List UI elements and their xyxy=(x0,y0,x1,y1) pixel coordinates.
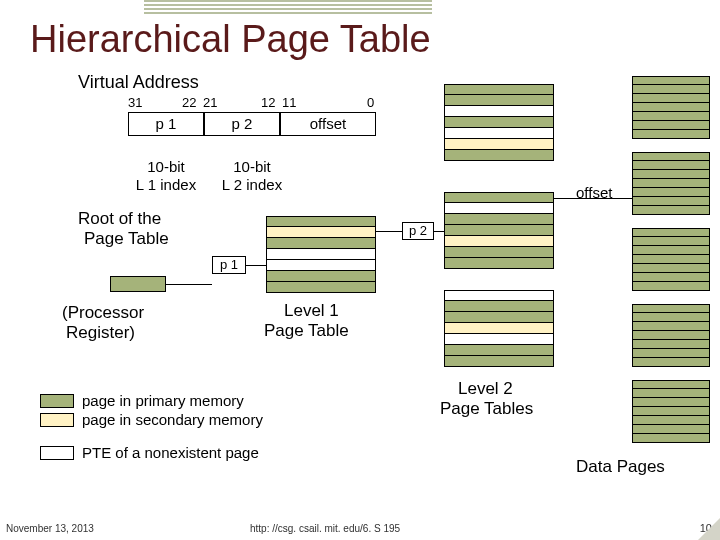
legend-none: PTE of a nonexistent page xyxy=(82,444,259,461)
legend-primary: page in primary memory xyxy=(82,392,244,409)
l2-caption-a: Level 2 xyxy=(458,378,513,399)
ptr-p1: p 1 xyxy=(212,256,246,274)
legend-primary-swatch xyxy=(40,394,74,408)
va-subtitle: Virtual Address xyxy=(78,72,199,93)
ptr-offset: offset xyxy=(576,184,612,203)
level2-table-2 xyxy=(444,192,554,269)
proc-a: (Processor xyxy=(62,302,144,323)
data-caption: Data Pages xyxy=(576,456,665,477)
data-page-4 xyxy=(632,304,710,367)
l2-index-a: 10-bit xyxy=(210,158,294,175)
line-l1-p2 xyxy=(376,231,402,232)
bit-31: 31 xyxy=(128,95,142,110)
root-label-a: Root of the xyxy=(78,208,161,229)
l1-caption-b: Page Table xyxy=(264,320,349,341)
legend-secondary-swatch xyxy=(40,413,74,427)
data-page-3 xyxy=(632,228,710,291)
footer-date: November 13, 2013 xyxy=(6,523,94,534)
field-p2: p 2 xyxy=(204,112,280,136)
line-root-p1 xyxy=(166,284,212,285)
title-decoration xyxy=(144,0,432,14)
line-l2-data xyxy=(554,198,632,199)
ptr-p2: p 2 xyxy=(402,222,434,240)
footer-url: http: //csg. csail. mit. edu/6. S 195 xyxy=(250,523,400,534)
data-page-1 xyxy=(632,76,710,139)
field-offset: offset xyxy=(280,112,376,136)
bit-12: 12 xyxy=(261,95,275,110)
level2-table-3 xyxy=(444,290,554,367)
legend-secondary: page in secondary memory xyxy=(82,411,263,428)
bit-0: 0 xyxy=(367,95,374,110)
data-page-2 xyxy=(632,152,710,215)
root-label-b: Page Table xyxy=(84,228,169,249)
level1-table xyxy=(266,216,376,293)
proc-b: Register) xyxy=(66,322,135,343)
bit-22: 22 xyxy=(182,95,196,110)
line-p1-l1 xyxy=(246,265,266,266)
root-register xyxy=(110,276,166,292)
l1-index-b: L 1 index xyxy=(124,176,208,193)
l1-caption-a: Level 1 xyxy=(284,300,339,321)
page-curl-icon xyxy=(698,518,720,540)
line-p2-l2 xyxy=(434,231,444,232)
data-page-5 xyxy=(632,380,710,443)
bit-21: 21 xyxy=(203,95,217,110)
l2-caption-b: Page Tables xyxy=(440,398,533,419)
slide-title: Hierarchical Page Table xyxy=(30,18,431,61)
field-p1: p 1 xyxy=(128,112,204,136)
l2-index-b: L 2 index xyxy=(210,176,294,193)
l1-index-a: 10-bit xyxy=(124,158,208,175)
level2-table-1 xyxy=(444,84,554,161)
bit-11: 11 xyxy=(282,95,296,110)
legend-none-swatch xyxy=(40,446,74,460)
